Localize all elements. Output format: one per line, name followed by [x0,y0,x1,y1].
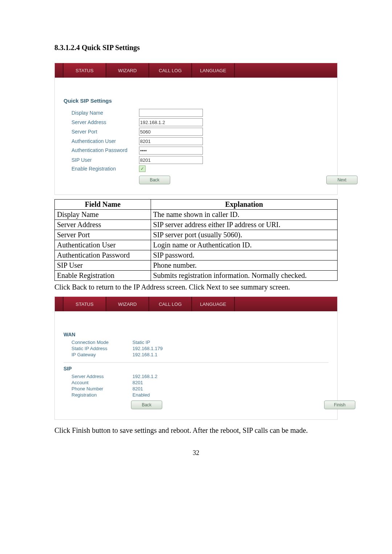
label-auth-pass: Authentication Password [72,148,139,153]
cell-exp: Login name or Authentication ID. [151,240,337,250]
table-row: Display NameThe name shown in caller ID. [55,210,338,220]
cell-exp: SIP server port (usually 5060). [151,230,337,240]
summary-label: Account [72,380,132,385]
label-display-name: Display Name [72,110,139,116]
label-server-port: Server Port [72,129,139,135]
row-auth-pass: Authentication Password [72,147,328,155]
input-auth-pass[interactable] [139,147,203,155]
summary-row: Phone Number8201 [72,386,328,391]
divider [64,362,328,363]
summary-value: 8201 [132,380,143,385]
col-header-exp: Explanation [151,200,337,210]
summary-row: RegistrationEnabled [72,392,328,398]
summary-row: Static IP Address192.168.1.179 [72,346,328,351]
summary-row: IP Gateway192.168.1.1 [72,352,328,357]
cell-exp: The name shown in caller ID. [151,210,337,220]
table-row: Server AddressSIP server address either … [55,220,338,230]
back-button[interactable]: Back [139,176,170,184]
sip-title: SIP [64,366,328,372]
summary-label: Phone Number [72,386,132,391]
summary-label: Connection Mode [72,340,132,345]
paragraph-bottom: Click Finish button to save settings and… [54,426,338,435]
input-server-port[interactable] [139,128,203,136]
wan-title: WAN [64,332,328,337]
summary-value: 8201 [132,386,143,391]
row-display-name: Display Name [72,109,328,117]
explanation-table: Field Name Explanation Display NameThe n… [54,199,338,281]
tab-language[interactable]: LANGUAGE [192,63,235,78]
tab-bar: STATUS WIZARD CALL LOG LANGUAGE [55,63,337,78]
summary-value: 192.168.1.2 [132,374,158,379]
label-auth-user: Authentication User [72,138,139,144]
cell-exp: Phone number. [151,260,337,271]
button-row: Back Next [139,176,328,184]
row-sip-user: SIP User [72,156,328,164]
table-row: Authentication UserLogin name or Authent… [55,240,338,250]
page-number: 32 [54,449,338,457]
checkbox-enable-reg[interactable]: ✓ [139,165,146,172]
table-row: Enable RegistrationSubmits registration … [55,271,338,281]
quick-sip-panel: STATUS WIZARD CALL LOG LANGUAGE Quick SI… [54,63,338,195]
summary-panel: STATUS WIZARD CALL LOG LANGUAGE WAN Conn… [54,296,338,420]
table-row: SIP UserPhone number. [55,260,338,271]
cell-exp: SIP password. [151,250,337,260]
label-enable-reg: Enable Registration [72,166,139,172]
tab-wizard-2[interactable]: WIZARD [106,297,149,311]
tab-wizard[interactable]: WIZARD [106,63,149,78]
input-sip-user[interactable] [139,156,203,164]
section-heading: 8.3.1.2.4 Quick SIP Settings [54,44,338,52]
table-row: Authentication PasswordSIP password. [55,250,338,260]
cell-field: Enable Registration [55,271,151,281]
tab-language-2[interactable]: LANGUAGE [192,297,235,311]
row-server-address: Server Address [72,118,328,126]
row-enable-reg: Enable Registration ✓ [72,165,328,172]
tab-status-2[interactable]: STATUS [63,297,106,311]
tab-calllog[interactable]: CALL LOG [149,63,192,78]
cell-exp: SIP server address either IP address or … [151,220,337,230]
cell-field: Authentication Password [55,250,151,260]
cell-field: Server Port [55,230,151,240]
col-header-field: Field Name [55,200,151,210]
cell-field: Authentication User [55,240,151,250]
button-row-2: Back Finish [131,401,328,409]
summary-row: Account8201 [72,380,328,385]
input-display-name[interactable] [139,109,203,117]
table-row: Server PortSIP server port (usually 5060… [55,230,338,240]
row-auth-user: Authentication User [72,137,328,145]
summary-value: 192.168.1.179 [132,346,163,351]
cell-field: SIP User [55,260,151,271]
cell-exp: Submits registration information. Normal… [151,271,337,281]
summary-value: Enabled [132,392,150,398]
summary-label: IP Gateway [72,352,132,357]
finish-button[interactable]: Finish [324,401,355,409]
row-server-port: Server Port [72,128,328,136]
label-server-address: Server Address [72,119,139,125]
cell-field: Server Address [55,220,151,230]
summary-row: Server Address192.168.1.2 [72,374,328,379]
cell-field: Display Name [55,210,151,220]
summary-label: Static IP Address [72,346,132,351]
summary-label: Registration [72,392,132,398]
summary-label: Server Address [72,374,132,379]
summary-row: Connection ModeStatic IP [72,340,328,345]
next-button[interactable]: Next [326,176,358,184]
tab-status[interactable]: STATUS [63,63,106,78]
panel-title: Quick SIP Settings [64,98,328,104]
label-sip-user: SIP User [72,157,139,163]
input-auth-user[interactable] [139,137,203,145]
tab-bar-2: STATUS WIZARD CALL LOG LANGUAGE [55,297,337,311]
input-server-address[interactable] [139,118,203,126]
summary-value: Static IP [132,340,150,345]
summary-value: 192.168.1.1 [132,352,158,357]
paragraph-after-table: Click Back to return to the IP Address s… [54,283,338,291]
back-button-2[interactable]: Back [131,401,162,409]
tab-calllog-2[interactable]: CALL LOG [149,297,192,311]
